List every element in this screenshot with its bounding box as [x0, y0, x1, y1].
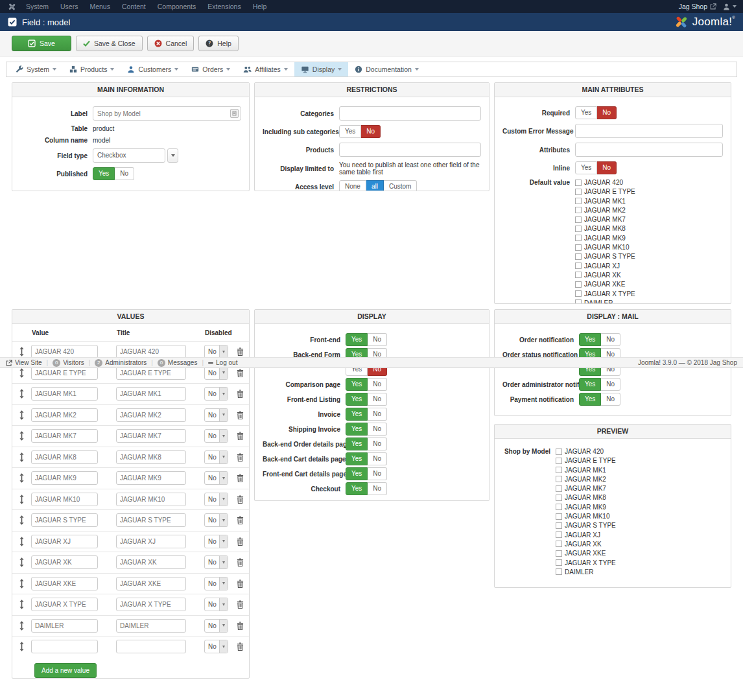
drag-handle-icon[interactable] [18, 452, 26, 462]
menu-products[interactable]: Products [63, 62, 121, 76]
topbar-menu-components[interactable]: Components [152, 3, 202, 10]
sub-categories-toggle[interactable]: YesNo [339, 125, 381, 138]
value-input[interactable] [31, 535, 98, 548]
menu-orders[interactable]: Orders [185, 62, 237, 76]
checkbox-icon[interactable] [556, 568, 562, 575]
drag-handle-icon[interactable] [18, 642, 26, 651]
preview-option[interactable]: DAIMLER [556, 568, 616, 576]
value-input[interactable] [31, 471, 98, 485]
checkbox-icon[interactable] [575, 235, 582, 241]
save-close-button[interactable]: Save & Close [76, 36, 143, 51]
checkbox-icon[interactable] [556, 550, 562, 557]
default-value-option[interactable]: JAGUAR MK10 [575, 244, 635, 251]
preview-option[interactable]: JAGUAR XJ [556, 531, 616, 539]
delete-row-icon[interactable] [237, 642, 244, 651]
checkbox-icon[interactable] [556, 513, 562, 520]
default-value-option[interactable]: JAGUAR XK [575, 272, 635, 279]
yes-no-toggle[interactable]: YesNo [579, 333, 620, 346]
caret-down-icon[interactable] [167, 148, 178, 163]
visitors-link[interactable]: 0 Visitors [53, 359, 84, 367]
title-input[interactable] [116, 535, 186, 548]
disabled-select[interactable]: No [204, 408, 228, 422]
categories-input[interactable] [339, 106, 481, 121]
menu-customers[interactable]: Customers [121, 62, 185, 76]
checkbox-icon[interactable] [575, 272, 582, 278]
topbar-menu-system[interactable]: System [20, 3, 54, 10]
default-value-option[interactable]: JAGUAR MK1 [575, 198, 635, 205]
value-input[interactable] [31, 408, 98, 422]
value-input[interactable] [31, 493, 98, 506]
save-button[interactable]: Save [12, 36, 71, 51]
title-input[interactable] [116, 493, 186, 506]
drag-handle-icon[interactable] [18, 495, 26, 504]
checkbox-icon[interactable] [575, 207, 582, 213]
drag-handle-icon[interactable] [18, 389, 26, 399]
preview-option[interactable]: JAGUAR X TYPE [556, 559, 616, 566]
title-input[interactable] [116, 408, 186, 422]
disabled-select[interactable]: No [204, 535, 228, 548]
checkbox-icon[interactable] [556, 504, 562, 510]
disabled-select[interactable]: No [204, 493, 228, 506]
yes-no-toggle[interactable]: YesNo [346, 438, 387, 450]
title-input[interactable] [116, 577, 186, 590]
disabled-select[interactable]: No [204, 450, 228, 464]
disabled-select[interactable]: No [204, 640, 228, 653]
drag-handle-icon[interactable] [18, 537, 26, 546]
menu-display[interactable]: Display [294, 62, 348, 76]
preview-option[interactable]: JAGUAR S TYPE [556, 522, 616, 529]
checkbox-icon[interactable] [556, 485, 562, 492]
disabled-select[interactable]: No [204, 555, 228, 569]
delete-row-icon[interactable] [237, 495, 244, 504]
disabled-select[interactable]: No [204, 429, 228, 443]
delete-row-icon[interactable] [237, 558, 244, 566]
default-value-option[interactable]: JAGUAR MK2 [575, 207, 635, 214]
delete-row-icon[interactable] [237, 411, 244, 419]
drag-handle-icon[interactable] [18, 431, 26, 441]
title-input[interactable] [116, 619, 186, 633]
inline-toggle[interactable]: YesNo [575, 161, 617, 174]
delete-row-icon[interactable] [237, 622, 244, 630]
checkbox-icon[interactable] [556, 458, 562, 464]
preview-option[interactable]: JAGUAR XKE [556, 550, 616, 557]
add-value-button[interactable]: Add a new value [34, 663, 97, 678]
title-input[interactable] [116, 471, 186, 485]
checkbox-icon[interactable] [556, 541, 562, 547]
delete-row-icon[interactable] [237, 474, 244, 482]
default-value-option[interactable]: JAGUAR MK7 [575, 216, 635, 223]
value-input[interactable] [31, 619, 98, 633]
checkbox-icon[interactable] [575, 198, 582, 204]
default-value-option[interactable]: JAGUAR X TYPE [575, 290, 635, 298]
preview-option[interactable]: JAGUAR MK8 [556, 494, 616, 501]
user-menu[interactable] [723, 3, 737, 10]
yes-no-toggle[interactable]: YesNo [346, 333, 387, 346]
yes-no-toggle[interactable]: YesNo [579, 378, 620, 391]
field-type-select[interactable]: Checkbox [93, 148, 178, 163]
checkbox-icon[interactable] [556, 522, 562, 529]
menu-documentation[interactable]: Documentation [348, 62, 425, 76]
default-value-option[interactable]: JAGUAR MK9 [575, 235, 635, 242]
checkbox-icon[interactable] [575, 262, 582, 269]
title-input[interactable] [116, 450, 186, 464]
delete-row-icon[interactable] [237, 600, 244, 609]
checkbox-icon[interactable] [556, 559, 562, 566]
preview-option[interactable]: JAGUAR MK10 [556, 513, 616, 520]
delete-row-icon[interactable] [237, 347, 244, 356]
disabled-select[interactable]: No [204, 387, 228, 401]
checkbox-icon[interactable] [556, 449, 562, 455]
topbar-menu-users[interactable]: Users [54, 3, 84, 10]
default-value-option[interactable]: JAGUAR 420 [575, 179, 635, 186]
disabled-select[interactable]: No [204, 471, 228, 485]
attributes-input[interactable] [575, 143, 723, 157]
delete-row-icon[interactable] [237, 537, 244, 546]
checkbox-icon[interactable] [575, 216, 582, 223]
default-value-option[interactable]: JAGUAR XJ [575, 262, 635, 270]
default-value-option[interactable]: JAGUAR MK8 [575, 225, 635, 232]
log-out-link[interactable]: Log out [208, 359, 237, 366]
label-input[interactable] [93, 106, 241, 121]
field-addon-icon[interactable] [230, 109, 239, 118]
topbar-menu-content[interactable]: Content [116, 3, 152, 10]
preview-option[interactable]: JAGUAR XK [556, 541, 616, 548]
title-input[interactable] [116, 387, 186, 401]
menu-system[interactable]: System [9, 62, 63, 76]
value-input[interactable] [31, 450, 98, 464]
